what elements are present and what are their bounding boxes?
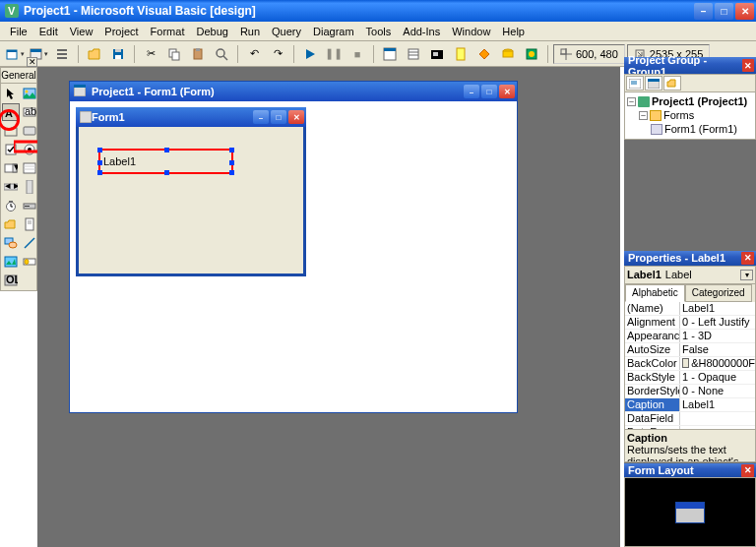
menu-tools[interactable]: Tools (360, 24, 398, 39)
menu-run[interactable]: Run (234, 24, 266, 39)
menu-diagram[interactable]: Diagram (307, 24, 360, 39)
properties-button[interactable] (403, 43, 424, 65)
prop-row-caption[interactable]: CaptionLabel1 (625, 398, 755, 412)
menu-addins[interactable]: Add-Ins (397, 24, 446, 39)
menu-file[interactable]: File (4, 24, 33, 39)
paste-button[interactable] (187, 43, 209, 65)
menu-window[interactable]: Window (446, 24, 496, 39)
designer-titlebar[interactable]: Project1 - Form1 (Form) – □ ✕ (70, 82, 517, 101)
tool-dirlistbox[interactable] (2, 215, 20, 233)
menu-help[interactable]: Help (496, 24, 531, 39)
tool-picturebox[interactable] (21, 85, 38, 102)
form-layout-button[interactable] (426, 43, 448, 65)
tree-project-node[interactable]: –Project1 (Project1) (627, 94, 753, 108)
menu-debug[interactable]: Debug (190, 24, 233, 39)
toolbox-button[interactable] (473, 43, 495, 65)
copy-button[interactable] (163, 43, 185, 65)
start-button[interactable] (299, 43, 321, 65)
prop-row-alignment[interactable]: Alignment0 - Left Justify (625, 316, 755, 330)
tab-alphabetic[interactable]: Alphabetic (625, 284, 685, 302)
project-explorer-titlebar[interactable]: Project Group - Group1 ✕ (624, 57, 756, 74)
tab-categorized[interactable]: Categorized (685, 284, 752, 302)
app-close-button[interactable]: ✕ (735, 3, 754, 20)
prop-row-autosize[interactable]: AutoSizeFalse (625, 343, 755, 357)
resize-handle-e[interactable] (229, 160, 234, 165)
save-button[interactable] (107, 43, 129, 65)
find-button[interactable] (211, 43, 232, 65)
designer-close-button[interactable]: ✕ (499, 85, 515, 98)
form-layout-miniature[interactable] (675, 502, 705, 523)
view-code-button[interactable] (626, 76, 644, 91)
project-explorer-button[interactable] (379, 43, 401, 65)
tool-filelistbox[interactable] (21, 215, 38, 233)
menu-editor-button[interactable] (51, 43, 73, 65)
tool-pointer[interactable] (2, 85, 20, 102)
tool-line[interactable] (21, 234, 38, 252)
tool-textbox[interactable]: ab| (21, 103, 38, 121)
toggle-folders-button[interactable] (663, 76, 681, 91)
redo-button[interactable]: ↷ (267, 43, 288, 65)
project-tree[interactable]: –Project1 (Project1) –Forms Form1 (Form1… (625, 92, 755, 139)
prop-row-backstyle[interactable]: BackStyle1 - Opaque (625, 371, 755, 385)
form-titlebar[interactable]: Form1 – □ ✕ (76, 107, 306, 127)
menu-edit[interactable]: Edit (33, 24, 64, 39)
toolbox-close-button[interactable]: ✕ (27, 57, 37, 67)
menu-query[interactable]: Query (266, 24, 307, 39)
tool-image[interactable] (2, 253, 20, 271)
form-layout-titlebar[interactable]: Form Layout ✕ (624, 463, 756, 478)
form-maximize-button[interactable]: □ (271, 110, 286, 124)
menu-project[interactable]: Project (98, 24, 144, 39)
undo-button[interactable]: ↶ (243, 43, 265, 65)
designer-minimize-button[interactable]: – (464, 85, 479, 98)
form-layout-screen[interactable] (625, 478, 755, 546)
tool-drivelistbox[interactable] (21, 197, 38, 214)
end-button[interactable]: ■ (346, 43, 368, 65)
properties-grid[interactable]: (Name)Label1 Alignment0 - Left Justify A… (625, 302, 755, 429)
prop-row-appearance[interactable]: Appearance1 - 3D (625, 330, 755, 343)
form-designer-window[interactable]: Project1 - Form1 (Form) – □ ✕ Form1 – □ … (69, 81, 518, 413)
project-explorer-close-button[interactable]: ✕ (742, 59, 754, 72)
tree-forms-folder[interactable]: –Forms (627, 108, 753, 122)
component-manager-button[interactable] (521, 43, 542, 65)
cut-button[interactable]: ✂ (140, 43, 161, 65)
menu-format[interactable]: Format (145, 24, 191, 39)
tool-hscrollbar[interactable]: ◂▸ (2, 178, 20, 196)
tool-combobox[interactable]: ▾ (2, 159, 20, 177)
label-control-selected[interactable]: Label1 (98, 149, 233, 174)
object-browser-button[interactable] (450, 43, 472, 65)
menu-view[interactable]: View (64, 24, 99, 39)
open-button[interactable] (84, 43, 105, 65)
properties-object-dropdown[interactable]: ▾ (740, 270, 753, 280)
prop-row-backcolor[interactable]: BackColor&H8000000F (625, 357, 755, 371)
prop-row-borderstyle[interactable]: BorderStyle0 - None (625, 385, 755, 398)
resize-handle-ne[interactable] (229, 148, 234, 152)
resize-handle-n[interactable] (164, 148, 169, 152)
tool-timer[interactable] (2, 197, 20, 214)
resize-handle-sw[interactable] (97, 170, 102, 175)
tool-ole[interactable]: OLE (2, 272, 20, 289)
app-minimize-button[interactable]: – (694, 3, 713, 20)
app-maximize-button[interactable]: □ (715, 3, 733, 20)
toolbox-tab-general[interactable]: General (0, 67, 37, 83)
tool-shape[interactable] (2, 234, 20, 252)
tool-listbox[interactable] (21, 159, 38, 177)
break-button[interactable]: ❚❚ (323, 43, 345, 65)
form-layout-close-button[interactable]: ✕ (741, 464, 754, 477)
properties-titlebar[interactable]: Properties - Label1 ✕ (624, 251, 756, 266)
view-object-button[interactable] (645, 76, 662, 91)
resize-handle-se[interactable] (229, 170, 234, 175)
form-close-button[interactable]: ✕ (288, 110, 304, 124)
tree-form1-node[interactable]: Form1 (Form1) (627, 122, 753, 136)
resize-handle-nw[interactable] (97, 148, 102, 152)
properties-close-button[interactable]: ✕ (741, 252, 754, 265)
prop-row-datafield[interactable]: DataField (625, 412, 755, 426)
form-window[interactable]: Form1 – □ ✕ Label1 (76, 107, 306, 276)
resize-handle-w[interactable] (97, 160, 102, 165)
data-view-button[interactable] (497, 43, 519, 65)
designer-maximize-button[interactable]: □ (481, 85, 497, 98)
resize-handle-s[interactable] (164, 170, 169, 175)
form-minimize-button[interactable]: – (253, 110, 269, 124)
prop-row-name[interactable]: (Name)Label1 (625, 302, 755, 316)
tool-vscrollbar[interactable] (21, 178, 38, 196)
form-design-surface[interactable]: Label1 (76, 127, 306, 276)
